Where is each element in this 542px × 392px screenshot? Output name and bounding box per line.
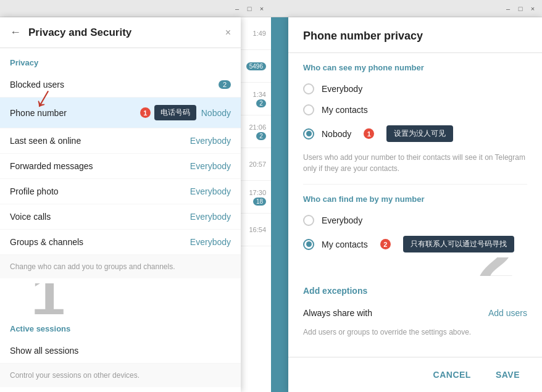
add-exceptions-section: Add exceptions Always share with Add use… <box>303 276 527 341</box>
privacy-security-dialog: ← Privacy and Security × Privacy Blocked… <box>0 17 241 392</box>
chat-time-7: 16:54 <box>249 226 266 233</box>
chat-meta-5: 20:57 <box>249 161 266 168</box>
voice-calls-item[interactable]: Voice calls Everybody <box>0 204 241 230</box>
radio-everybody-2-circle <box>303 215 314 226</box>
radio-everybody-1-label: Everybody <box>322 84 362 94</box>
forwarded-messages-label: Forwarded messages <box>10 161 190 171</box>
right-window: – □ × Phone number privacy Who can see m… <box>271 0 542 392</box>
badge-2: 5496 <box>246 62 266 70</box>
big-number-2-container: 2 <box>303 257 527 276</box>
phone-number-item[interactable]: Phone number 1 电话号码 Nobody <box>0 98 241 128</box>
phone-number-value: Nobody <box>201 108 231 118</box>
chat-time-6: 17:30 <box>249 189 266 196</box>
right-maximize-btn[interactable]: □ <box>516 4 525 13</box>
left-window: – □ × ☰ ... 1:49 ... <box>0 0 271 392</box>
big-number-1: 1 <box>31 283 65 314</box>
last-seen-label: Last seen & online <box>10 136 190 146</box>
add-users-link[interactable]: Add users <box>488 308 527 318</box>
back-button[interactable]: ← <box>10 26 21 39</box>
add-exceptions-title: Add exceptions <box>303 286 527 303</box>
show-all-sessions-label: Show all sessions <box>10 346 231 356</box>
voice-calls-value: Everybody <box>190 212 231 222</box>
left-titlebar: – □ × <box>0 0 271 17</box>
phone-dialog-body: Who can see my phone number Everybody My… <box>288 53 542 357</box>
last-seen-item[interactable]: Last seen & online Everybody <box>0 128 241 154</box>
annotation-r1-tooltip: 设置为没人可见 <box>386 125 453 142</box>
radio-nobody-1[interactable]: Nobody 1 设置为没人可见 <box>303 120 527 147</box>
right-close-btn[interactable]: × <box>528 4 537 13</box>
phone-dialog-header: Phone number privacy <box>288 17 542 53</box>
section1-description: Users who add your number to their conta… <box>303 147 527 185</box>
radio-everybody-1-circle <box>303 83 314 94</box>
save-button[interactable]: SAVE <box>488 365 527 385</box>
section1-title: Who can see my phone number <box>303 53 527 78</box>
active-sessions-header: Active sessions <box>0 314 241 338</box>
annotation-r2-badge: 2 <box>380 239 391 249</box>
chat-meta-1: 1:49 <box>253 30 266 37</box>
blocked-users-badge: 2 <box>219 80 231 89</box>
big-number-2: 2 <box>477 257 515 276</box>
exceptions-description: Add users or groups to override the sett… <box>303 323 527 341</box>
groups-channels-value: Everybody <box>190 237 231 247</box>
right-minimize-btn[interactable]: – <box>504 4 512 13</box>
phone-number-label: Phone number <box>10 108 140 118</box>
privacy-section-header: Privacy <box>0 48 241 72</box>
section2-title: Who can find me by my number <box>303 185 527 210</box>
badge-6: 18 <box>253 198 266 206</box>
badge-3: 2 <box>256 99 266 107</box>
blocked-users-label: Blocked users <box>10 80 219 90</box>
chat-time-3: 1:34 <box>253 91 266 98</box>
chat-meta-3: 1:34 2 <box>253 91 266 107</box>
right-titlebar: – □ × <box>271 0 542 17</box>
cancel-button[interactable]: CANCEL <box>426 365 478 385</box>
chat-meta-2: 5496 <box>246 62 266 70</box>
minimize-btn[interactable]: – <box>233 4 241 13</box>
dialog-header: ← Privacy and Security × <box>0 17 241 48</box>
groups-channels-item[interactable]: Groups & channels Everybody <box>0 230 241 255</box>
annotation-r1-badge: 1 <box>364 128 374 139</box>
chat-meta-7: 16:54 <box>249 226 266 233</box>
forwarded-messages-item[interactable]: Forwarded messages Everybody <box>0 154 241 179</box>
profile-photo-label: Profile photo <box>10 186 190 196</box>
radio-mycontacts-1-circle <box>303 104 314 115</box>
radio-mycontacts-2-circle <box>303 239 314 250</box>
show-all-sessions-item[interactable]: Show all sessions <box>0 338 241 364</box>
dialog-close-button[interactable]: × <box>225 27 231 38</box>
dialog-title: Privacy and Security <box>28 27 218 39</box>
always-share-row: Always share with Add users <box>303 303 527 323</box>
radio-mycontacts-2-label: My contacts <box>322 240 368 249</box>
phone-dialog-title: Phone number privacy <box>303 30 527 43</box>
big-number-1-container: 1 <box>0 283 241 314</box>
chat-time-1: 1:49 <box>253 30 266 37</box>
privacy-section-footer: Change who can add you to groups and cha… <box>0 255 241 278</box>
profile-photo-value: Everybody <box>190 186 231 196</box>
sessions-footer: Control your sessions on other devices. <box>0 364 241 387</box>
chat-time-4: 21:06 <box>249 123 266 131</box>
forwarded-messages-value: Everybody <box>190 161 231 171</box>
right-sidebar-strip <box>271 17 288 392</box>
groups-channels-label: Groups & channels <box>10 237 190 247</box>
always-share-label: Always share with <box>303 308 372 318</box>
chat-meta-4: 21:06 2 <box>249 123 266 140</box>
left-close-btn[interactable]: × <box>257 4 266 13</box>
profile-photo-item[interactable]: Profile photo Everybody <box>0 179 241 204</box>
phone-dialog-footer: CANCEL SAVE <box>288 357 542 392</box>
chat-time-5: 20:57 <box>249 161 266 168</box>
badge-4: 2 <box>256 132 266 140</box>
maximize-btn[interactable]: □ <box>245 4 254 13</box>
radio-everybody-2[interactable]: Everybody <box>303 210 527 231</box>
radio-nobody-1-label: Nobody <box>322 129 351 139</box>
chat-meta-6: 17:30 18 <box>249 189 266 206</box>
radio-everybody-1[interactable]: Everybody <box>303 78 527 99</box>
annotation-1-badge: 1 <box>140 107 151 118</box>
radio-mycontacts-2[interactable]: My contacts 2 只有联系人可以通过号码寻找 <box>303 231 527 257</box>
radio-mycontacts-1[interactable]: My contacts <box>303 99 527 120</box>
left-content: ☰ ... 1:49 ... 5496 <box>0 17 271 392</box>
dialog-body: Privacy Blocked users 2 Phone number 1 电… <box>0 48 241 392</box>
radio-nobody-1-circle <box>303 128 314 140</box>
phone-privacy-dialog: Phone number privacy Who can see my phon… <box>288 17 542 392</box>
annotation-1-tooltip: 电话号码 <box>154 105 196 120</box>
annotation-r2-tooltip: 只有联系人可以通过号码寻找 <box>403 236 514 252</box>
blocked-users-item[interactable]: Blocked users 2 <box>0 72 241 98</box>
radio-everybody-2-label: Everybody <box>322 215 362 225</box>
